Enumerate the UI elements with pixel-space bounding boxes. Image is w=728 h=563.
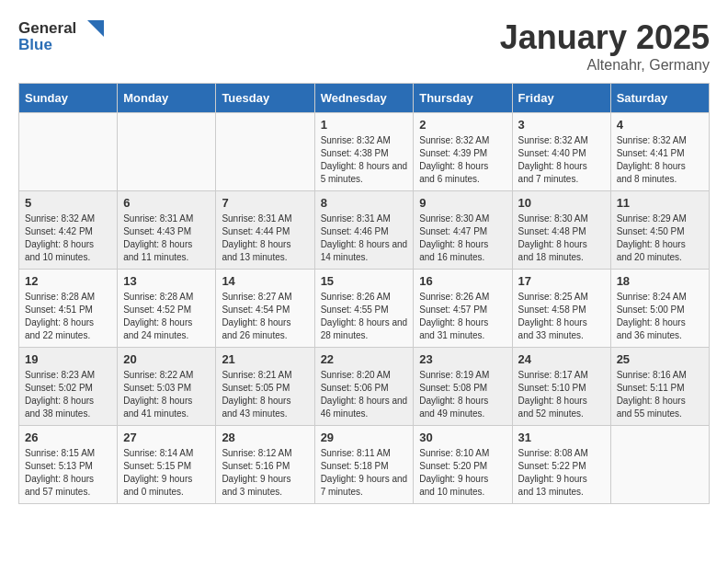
table-row: 14 Sunrise: 8:27 AMSunset: 4:54 PMDaylig…	[216, 270, 314, 348]
month-year-title: January 2025	[500, 18, 710, 57]
day-number: 29	[321, 431, 408, 444]
day-number: 6	[123, 196, 210, 210]
day-info: Sunrise: 8:25 AMSunset: 4:58 PMDaylight:…	[518, 291, 605, 342]
day-info: Sunrise: 8:16 AMSunset: 5:11 PMDaylight:…	[617, 369, 703, 420]
day-info: Sunrise: 8:20 AMSunset: 5:06 PMDaylight:…	[321, 369, 408, 420]
header-sunday: Sunday	[19, 84, 118, 113]
day-number: 9	[419, 196, 506, 210]
calendar-header-row: Sunday Monday Tuesday Wednesday Thursday…	[19, 84, 710, 113]
header-monday: Monday	[118, 84, 216, 113]
table-row: 24 Sunrise: 8:17 AMSunset: 5:10 PMDaylig…	[512, 348, 610, 426]
table-row: 2 Sunrise: 8:32 AMSunset: 4:39 PMDayligh…	[414, 113, 512, 191]
table-row: 27 Sunrise: 8:14 AMSunset: 5:15 PMDaylig…	[118, 426, 216, 504]
table-row: 21 Sunrise: 8:21 AMSunset: 5:05 PMDaylig…	[216, 348, 314, 426]
day-info: Sunrise: 8:19 AMSunset: 5:08 PMDaylight:…	[419, 369, 506, 420]
calendar-week-row: 1 Sunrise: 8:32 AMSunset: 4:38 PMDayligh…	[19, 113, 710, 191]
day-info: Sunrise: 8:32 AMSunset: 4:42 PMDaylight:…	[25, 213, 111, 264]
day-number: 5	[25, 196, 111, 210]
day-number: 13	[123, 274, 210, 288]
table-row: 5 Sunrise: 8:32 AMSunset: 4:42 PMDayligh…	[19, 191, 118, 270]
table-row: 20 Sunrise: 8:22 AMSunset: 5:03 PMDaylig…	[118, 348, 216, 426]
day-info: Sunrise: 8:31 AMSunset: 4:44 PMDaylight:…	[222, 213, 308, 264]
title-block: January 2025 Altenahr, Germany	[500, 18, 710, 74]
day-number: 18	[617, 274, 703, 288]
table-row: 7 Sunrise: 8:31 AMSunset: 4:44 PMDayligh…	[216, 191, 314, 270]
calendar-table: Sunday Monday Tuesday Wednesday Thursday…	[18, 83, 710, 504]
day-info: Sunrise: 8:12 AMSunset: 5:16 PMDaylight:…	[222, 447, 308, 499]
day-info: Sunrise: 8:32 AMSunset: 4:39 PMDaylight:…	[419, 134, 506, 186]
day-info: Sunrise: 8:08 AMSunset: 5:22 PMDaylight:…	[518, 447, 605, 499]
day-number: 31	[518, 431, 605, 444]
logo-general: General	[18, 20, 76, 38]
day-info: Sunrise: 8:27 AMSunset: 4:54 PMDaylight:…	[222, 291, 308, 342]
day-info: Sunrise: 8:31 AMSunset: 4:46 PMDaylight:…	[321, 213, 408, 264]
logo-arrow-icon	[78, 18, 104, 39]
table-row	[118, 113, 216, 191]
calendar-week-row: 12 Sunrise: 8:28 AMSunset: 4:51 PMDaylig…	[19, 270, 710, 348]
day-info: Sunrise: 8:32 AMSunset: 4:38 PMDaylight:…	[321, 134, 408, 186]
table-row: 11 Sunrise: 8:29 AMSunset: 4:50 PMDaylig…	[610, 191, 709, 270]
table-row: 6 Sunrise: 8:31 AMSunset: 4:43 PMDayligh…	[118, 191, 216, 270]
day-number: 2	[419, 118, 506, 132]
calendar-week-row: 26 Sunrise: 8:15 AMSunset: 5:13 PMDaylig…	[19, 426, 710, 504]
table-row: 1 Sunrise: 8:32 AMSunset: 4:38 PMDayligh…	[314, 113, 414, 191]
day-info: Sunrise: 8:10 AMSunset: 5:20 PMDaylight:…	[419, 447, 506, 499]
header-tuesday: Tuesday	[216, 84, 314, 113]
day-number: 7	[222, 196, 308, 210]
day-number: 12	[25, 274, 111, 288]
table-row: 10 Sunrise: 8:30 AMSunset: 4:48 PMDaylig…	[512, 191, 610, 270]
day-number: 23	[419, 352, 506, 366]
day-number: 10	[518, 196, 605, 210]
day-number: 11	[617, 196, 703, 210]
day-info: Sunrise: 8:24 AMSunset: 5:00 PMDaylight:…	[617, 291, 703, 342]
day-info: Sunrise: 8:30 AMSunset: 4:48 PMDaylight:…	[518, 213, 605, 264]
day-info: Sunrise: 8:28 AMSunset: 4:52 PMDaylight:…	[123, 291, 210, 342]
table-row: 28 Sunrise: 8:12 AMSunset: 5:16 PMDaylig…	[216, 426, 314, 504]
day-info: Sunrise: 8:22 AMSunset: 5:03 PMDaylight:…	[123, 369, 210, 420]
header-wednesday: Wednesday	[314, 84, 414, 113]
calendar-week-row: 5 Sunrise: 8:32 AMSunset: 4:42 PMDayligh…	[19, 191, 710, 270]
table-row: 31 Sunrise: 8:08 AMSunset: 5:22 PMDaylig…	[512, 426, 610, 504]
page-header: General Blue January 2025 Altenahr, Germ…	[18, 18, 710, 74]
header-thursday: Thursday	[414, 84, 512, 113]
day-info: Sunrise: 8:28 AMSunset: 4:51 PMDaylight:…	[25, 291, 111, 342]
table-row: 13 Sunrise: 8:28 AMSunset: 4:52 PMDaylig…	[118, 270, 216, 348]
table-row	[610, 426, 709, 504]
day-number: 21	[222, 352, 308, 366]
day-number: 30	[419, 431, 506, 444]
day-number: 4	[617, 118, 703, 132]
table-row: 29 Sunrise: 8:11 AMSunset: 5:18 PMDaylig…	[314, 426, 414, 504]
day-number: 17	[518, 274, 605, 288]
day-number: 14	[222, 274, 308, 288]
day-number: 28	[222, 431, 308, 444]
table-row: 3 Sunrise: 8:32 AMSunset: 4:40 PMDayligh…	[512, 113, 610, 191]
table-row: 30 Sunrise: 8:10 AMSunset: 5:20 PMDaylig…	[414, 426, 512, 504]
day-info: Sunrise: 8:26 AMSunset: 4:57 PMDaylight:…	[419, 291, 506, 342]
day-info: Sunrise: 8:26 AMSunset: 4:55 PMDaylight:…	[321, 291, 408, 342]
header-saturday: Saturday	[610, 84, 709, 113]
table-row	[216, 113, 314, 191]
day-info: Sunrise: 8:14 AMSunset: 5:15 PMDaylight:…	[123, 447, 210, 499]
day-number: 19	[25, 352, 111, 366]
day-number: 26	[25, 431, 111, 444]
day-info: Sunrise: 8:17 AMSunset: 5:10 PMDaylight:…	[518, 369, 605, 420]
logo: General Blue	[18, 18, 104, 54]
day-info: Sunrise: 8:32 AMSunset: 4:40 PMDaylight:…	[518, 134, 605, 186]
table-row: 18 Sunrise: 8:24 AMSunset: 5:00 PMDaylig…	[610, 270, 709, 348]
table-row: 9 Sunrise: 8:30 AMSunset: 4:47 PMDayligh…	[414, 191, 512, 270]
logo-blue: Blue	[18, 37, 104, 54]
day-info: Sunrise: 8:31 AMSunset: 4:43 PMDaylight:…	[123, 213, 210, 264]
table-row: 23 Sunrise: 8:19 AMSunset: 5:08 PMDaylig…	[414, 348, 512, 426]
table-row: 4 Sunrise: 8:32 AMSunset: 4:41 PMDayligh…	[610, 113, 709, 191]
calendar-week-row: 19 Sunrise: 8:23 AMSunset: 5:02 PMDaylig…	[19, 348, 710, 426]
day-info: Sunrise: 8:32 AMSunset: 4:41 PMDaylight:…	[617, 134, 703, 186]
day-info: Sunrise: 8:30 AMSunset: 4:47 PMDaylight:…	[419, 213, 506, 264]
day-info: Sunrise: 8:21 AMSunset: 5:05 PMDaylight:…	[222, 369, 308, 420]
day-info: Sunrise: 8:15 AMSunset: 5:13 PMDaylight:…	[25, 447, 111, 499]
day-info: Sunrise: 8:11 AMSunset: 5:18 PMDaylight:…	[321, 447, 408, 499]
day-number: 16	[419, 274, 506, 288]
table-row	[19, 113, 118, 191]
table-row: 26 Sunrise: 8:15 AMSunset: 5:13 PMDaylig…	[19, 426, 118, 504]
day-number: 27	[123, 431, 210, 444]
day-number: 22	[321, 352, 408, 366]
